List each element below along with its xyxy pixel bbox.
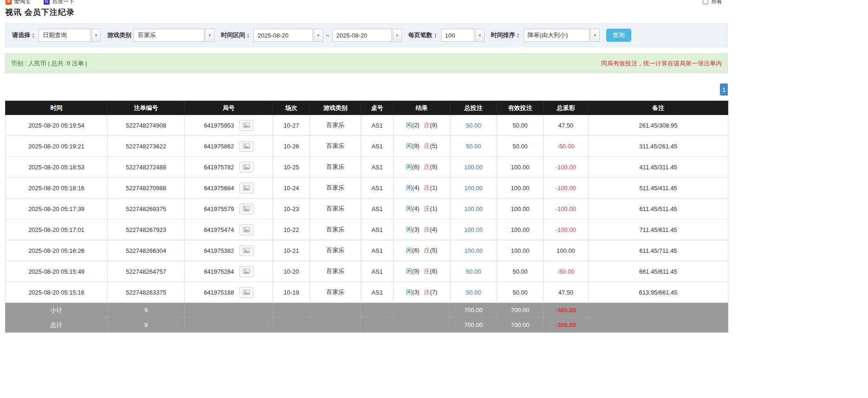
total-bet-link[interactable]: 50.00 [466, 122, 481, 129]
bookmark-baidu[interactable]: 百 百度一下 [44, 0, 74, 6]
page-title: 视讯 会员下注纪录 [5, 7, 728, 18]
round-result-button[interactable] [240, 183, 253, 193]
table-header-row: 时间 注单编号 局号 场次 游戏类别 桌号 结果 总投注 有效投注 总派彩 备注 [6, 101, 728, 115]
round-result-button[interactable] [240, 245, 253, 256]
banker-result-score: (1) [430, 205, 437, 212]
sort-order-select[interactable]: 降幂(由大到小) ▼ [524, 29, 600, 42]
date-from-value[interactable]: 2025-08-20 [253, 29, 313, 42]
cell-total-bet: 100.00 [450, 240, 497, 261]
page-size-select[interactable]: 100 ▼ [441, 29, 485, 42]
payout-value: 47.50 [558, 289, 574, 296]
cell-round: 641975782 [185, 157, 273, 178]
cell-payout: -50.00 [544, 261, 589, 282]
all-bookmarks-icon[interactable] [703, 0, 708, 4]
subtotal-remark [589, 303, 728, 318]
game-type-select[interactable]: 百家乐 ▼ [134, 29, 214, 42]
page-size-value[interactable]: 100 [441, 29, 474, 42]
player-result-score: (6) [412, 247, 420, 254]
payout-value: -100.00 [556, 185, 576, 192]
cell-session: 10-23 [273, 199, 310, 219]
baidu-icon: 百 [44, 0, 50, 5]
cell-time: 2025-08-20 05:19:21 [6, 136, 108, 157]
total-bet-link[interactable]: 100.00 [464, 226, 483, 233]
cell-table-no: AS1 [361, 282, 394, 303]
bookmark-aitaobao[interactable]: 淘 爱淘宝 [6, 0, 31, 6]
footer-empty-cell [310, 318, 361, 333]
query-type-value[interactable]: 日期查询 [39, 29, 91, 42]
round-result-button[interactable] [240, 266, 253, 277]
date-to-input[interactable]: 2025-08-20 ▼ [332, 29, 402, 42]
cell-valid-bet: 50.00 [497, 115, 544, 136]
cell-remark: 613.95/661.45 [589, 282, 728, 303]
round-id: 641975188 [204, 289, 234, 296]
cell-table-no: AS1 [361, 261, 394, 282]
total-bet-link[interactable]: 50.00 [466, 268, 481, 275]
payout-value: -50.00 [557, 143, 575, 150]
chevron-down-icon[interactable]: ▼ [393, 29, 402, 42]
total-bet-link[interactable]: 100.00 [464, 247, 483, 254]
query-type-label: 请选择： [12, 31, 36, 39]
date-to-value[interactable]: 2025-08-20 [332, 29, 392, 42]
total-bet-link[interactable]: 100.00 [464, 185, 483, 192]
payout-value: 100.00 [557, 247, 575, 254]
page-1-button[interactable]: 1 [720, 83, 728, 96]
cell-time: 2025-08-20 05:19:54 [6, 115, 108, 136]
sort-order-value[interactable]: 降幂(由大到小) [524, 29, 589, 42]
date-from-input[interactable]: 2025-08-20 ▼ [253, 29, 323, 42]
chevron-down-icon[interactable]: ▼ [91, 29, 101, 42]
chevron-down-icon[interactable]: ▼ [590, 29, 600, 42]
chevron-down-icon[interactable]: ▼ [314, 29, 323, 42]
round-result-button[interactable] [240, 120, 253, 131]
header-session: 场次 [273, 101, 310, 115]
round-result-button[interactable] [240, 162, 253, 173]
all-bookmarks-label[interactable]: 所有 [711, 0, 722, 6]
header-payout: 总派彩 [544, 101, 589, 115]
cell-payout: -100.00 [544, 178, 589, 199]
header-valid-bet: 有效投注 [497, 101, 544, 115]
header-round: 局号 [185, 101, 273, 115]
chevron-down-icon[interactable]: ▼ [205, 29, 214, 42]
banker-result-label: 庄 [424, 226, 430, 233]
chevron-down-icon[interactable]: ▼ [475, 29, 485, 42]
query-type-select[interactable]: 日期查询 ▼ [39, 29, 101, 42]
cell-result: 闲(3) 庄(4) [394, 219, 450, 240]
banker-result-label: 庄 [424, 122, 430, 128]
cell-valid-bet: 100.00 [497, 199, 544, 219]
total-bet-link[interactable]: 50.00 [466, 143, 481, 150]
round-result-button[interactable] [240, 287, 253, 298]
cell-result: 闲(4) 庄(1) [394, 199, 450, 219]
cell-round: 641975579 [185, 199, 273, 219]
taobao-icon: 淘 [6, 0, 12, 5]
round-result-button[interactable] [240, 141, 253, 152]
cell-table-no: AS1 [361, 136, 394, 157]
player-result-score: (3) [412, 226, 420, 233]
round-id: 641975684 [204, 185, 234, 192]
cell-time: 2025-08-20 05:15:16 [6, 282, 108, 303]
player-result-score: (2) [412, 122, 420, 128]
result-image-icon [243, 122, 250, 128]
cell-remark: 311.45/261.45 [589, 136, 728, 157]
game-type-value[interactable]: 百家乐 [134, 29, 204, 42]
result-image-icon [243, 143, 250, 149]
total-count: 9 [108, 318, 185, 333]
total-bet-link[interactable]: 50.00 [466, 289, 481, 296]
cell-session: 10-20 [273, 261, 310, 282]
round-result-button[interactable] [240, 204, 253, 214]
page-size-label: 每页笔数： [408, 31, 439, 39]
total-bet-link[interactable]: 100.00 [464, 205, 483, 212]
round-result-button[interactable] [240, 225, 253, 235]
cell-bet-id: 522748263375 [108, 282, 185, 303]
cell-payout: -100.00 [544, 157, 589, 178]
result-image-icon [243, 248, 250, 253]
grand-total-row: 总计 9 700.00 700.00 -305.00 [6, 318, 728, 333]
result-image-icon [243, 164, 250, 170]
banker-result-score: (7) [430, 289, 437, 295]
date-range-label: 时间区间： [221, 31, 251, 39]
cell-game-type: 百家乐 [310, 240, 361, 261]
cell-total-bet: 50.00 [450, 282, 497, 303]
cell-round: 641975474 [185, 219, 273, 240]
cell-remark: 511.45/411.45 [589, 178, 728, 199]
footer-empty-cell [273, 318, 310, 333]
search-button[interactable]: 查询 [606, 29, 631, 42]
total-bet-link[interactable]: 100.00 [464, 164, 483, 171]
